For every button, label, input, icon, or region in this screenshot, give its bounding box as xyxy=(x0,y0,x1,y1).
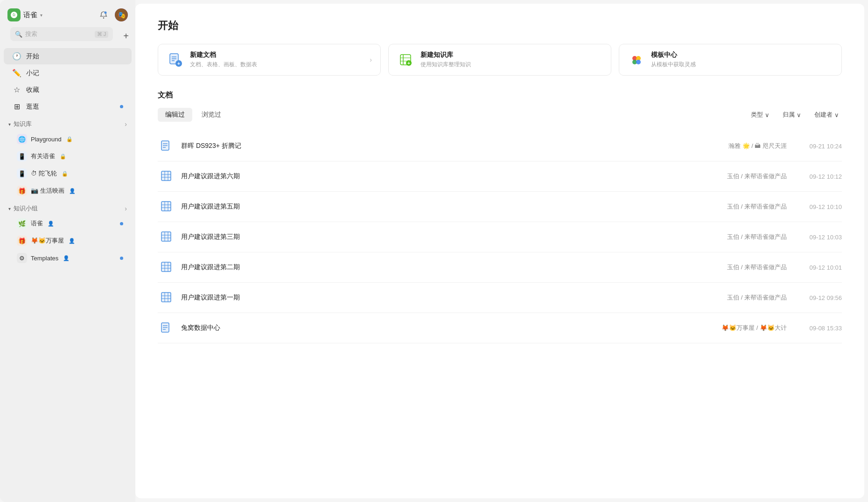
sidebar-item-yuque[interactable]: 📱 有关语雀 🔒 xyxy=(4,148,132,165)
doc-meta: 玉伯 / 来帮语雀做产品 09-12 10:10 xyxy=(711,202,842,211)
sidebar-item-templates[interactable]: ⚙ Templates 👤 xyxy=(4,250,132,266)
new-button[interactable]: + xyxy=(121,31,131,42)
wanshiwu-icon: 🎁 xyxy=(17,236,27,246)
groups-section-expand-icon[interactable]: › xyxy=(125,205,127,212)
svg-rect-46 xyxy=(161,293,171,302)
new-doc-chevron-icon: › xyxy=(370,56,372,63)
knowledge-section-header[interactable]: ▾ 知识库 › xyxy=(0,115,135,130)
header-icons: 🎭 xyxy=(97,8,128,21)
table-row[interactable]: 用户建议跟进第一期 玉伯 / 来帮语雀做产品 09-12 09:56 xyxy=(158,283,842,313)
doc-breadcrumb: 玉伯 / 来帮语雀做产品 xyxy=(727,233,787,241)
yuque-group-label: 语雀 xyxy=(31,219,43,228)
new-doc-card-title: 新建文档 xyxy=(190,51,363,59)
filter-belongs[interactable]: 归属 ∨ xyxy=(780,109,804,121)
nav-item-favorites[interactable]: ☆ 收藏 xyxy=(4,82,132,98)
svg-point-1 xyxy=(105,12,107,14)
doc-meta: 玉伯 / 来帮语雀做产品 09-12 10:12 xyxy=(711,172,842,181)
yuque-group-icon: 🌿 xyxy=(17,218,27,229)
search-icon: 🔍 xyxy=(15,31,22,38)
doc-icon xyxy=(158,229,175,245)
doc-name: 用户建议跟进第六期 xyxy=(181,172,711,181)
filter-belongs-chevron-icon: ∨ xyxy=(797,112,801,119)
tab-edited[interactable]: 编辑过 xyxy=(158,108,192,122)
new-kb-card-title: 新建知识库 xyxy=(420,51,602,59)
template-center-card-subtitle: 从模板中获取灵感 xyxy=(651,61,833,69)
svg-point-0 xyxy=(103,17,104,18)
doc-name: 用户建议跟进第三期 xyxy=(181,233,711,241)
groups-section-chevron-icon: ▾ xyxy=(8,206,11,211)
tab-bar: 编辑过 浏览过 类型 ∨ 归属 ∨ 创建者 ∨ xyxy=(158,108,842,122)
doc-time: 09-08 15:33 xyxy=(791,325,842,332)
doc-breadcrumb: 玉伯 / 来帮语雀做产品 xyxy=(727,202,787,211)
doc-meta: 玉伯 / 来帮语雀做产品 09-12 10:03 xyxy=(711,233,842,241)
templates-icon: ⚙ xyxy=(17,253,27,263)
new-doc-card[interactable]: + 新建文档 文档、表格、画板、数据表 › xyxy=(158,44,381,76)
user-avatar[interactable]: 🎭 xyxy=(115,8,128,21)
notification-icon[interactable] xyxy=(97,8,110,21)
sidebar-item-wanshiwu[interactable]: 🎁 🦊🐱万事屋 👤 xyxy=(4,232,132,249)
filter-group: 类型 ∨ 归属 ∨ 创建者 ∨ xyxy=(748,109,842,121)
svg-text:+: + xyxy=(177,61,180,66)
search-placeholder: 搜索 xyxy=(25,30,92,38)
table-row[interactable]: 用户建议跟进第五期 玉伯 / 来帮语雀做产品 09-12 10:10 xyxy=(158,192,842,222)
table-row[interactable]: 用户建议跟进第二期 玉伯 / 来帮语雀做产品 09-12 10:01 xyxy=(158,252,842,283)
table-row[interactable]: 用户建议跟进第三期 玉伯 / 来帮语雀做产品 09-12 10:03 xyxy=(158,222,842,252)
kb-section-expand-icon[interactable]: › xyxy=(125,120,127,128)
app-brand[interactable]: 语雀 ▾ xyxy=(7,8,42,21)
action-cards: + 新建文档 文档、表格、画板、数据表 › + 新 xyxy=(158,44,842,76)
doc-time: 09-12 09:56 xyxy=(791,294,842,301)
template-center-card-title: 模板中心 xyxy=(651,51,833,59)
sidebar-item-playground[interactable]: 🌐 Playground 🔒 xyxy=(4,131,132,147)
doc-breadcrumb: 玉伯 / 来帮语雀做产品 xyxy=(727,293,787,302)
template-center-card[interactable]: 模板中心 从模板中获取灵感 xyxy=(619,44,842,76)
doc-name: 用户建议跟进第二期 xyxy=(181,263,711,272)
explore-badge xyxy=(120,105,123,108)
table-row[interactable]: 群晖 DS923+ 折腾记 瀚雅 🌟 / 🏔 咫尺天涯 09-21 10:24 xyxy=(158,131,842,161)
templates-label: Templates xyxy=(31,255,58,262)
filter-creator-chevron-icon: ∨ xyxy=(834,112,839,119)
svg-rect-41 xyxy=(161,262,171,272)
table-row[interactable]: 用户建议跟进第六期 玉伯 / 来帮语雀做产品 09-12 10:12 xyxy=(158,161,842,192)
groups-list: 🌿 语雀 👤 🎁 🦊🐱万事屋 👤 ⚙ Templates 👤 xyxy=(0,215,135,267)
sidebar-item-life[interactable]: 🎁 📷 生活映画 👤 xyxy=(4,182,132,199)
doc-meta: 玉伯 / 来帮语雀做产品 09-12 10:01 xyxy=(711,263,842,272)
life-label: 📷 生活映画 xyxy=(31,187,64,195)
groups-section-header[interactable]: ▾ 知识小组 › xyxy=(0,200,135,215)
doc-meta: 玉伯 / 来帮语雀做产品 09-12 09:56 xyxy=(711,293,842,302)
nav-item-start[interactable]: 🕐 开始 xyxy=(4,48,132,64)
sidebar-item-yuque-group[interactable]: 🌿 语雀 👤 xyxy=(4,215,132,232)
playground-icon: 🌐 xyxy=(17,134,27,144)
tuofeilun-label: ⏱ 陀飞轮 xyxy=(31,169,57,178)
nav-item-explore[interactable]: ⊞ 逛逛 xyxy=(4,98,132,115)
tabs: 编辑过 浏览过 xyxy=(158,108,229,122)
doc-icon xyxy=(158,168,175,185)
filter-type[interactable]: 类型 ∨ xyxy=(748,109,772,121)
svg-point-21 xyxy=(636,60,641,64)
yuque-kb-icon: 📱 xyxy=(17,151,27,161)
doc-breadcrumb: 瀚雅 🌟 / 🏔 咫尺天涯 xyxy=(728,142,787,150)
doc-breadcrumb: 玉伯 / 来帮语雀做产品 xyxy=(727,263,787,272)
brand-chevron-icon: ▾ xyxy=(40,13,42,18)
nav-item-notes[interactable]: ✏️ 小记 xyxy=(4,65,132,81)
new-kb-card[interactable]: + 新建知识库 使用知识库整理知识 xyxy=(388,44,611,76)
doc-time: 09-21 10:24 xyxy=(791,143,842,150)
yuque-lock-icon: 🔒 xyxy=(60,153,66,160)
doc-icon xyxy=(158,138,175,154)
svg-rect-31 xyxy=(161,202,171,211)
main-content: 开始 + 新建文档 文档、表格、画板、数据表 › xyxy=(135,4,864,498)
app-name: 语雀 xyxy=(23,11,37,20)
search-shortcut: ⌘ J xyxy=(95,31,109,38)
life-lock-icon: 👤 xyxy=(69,188,76,194)
tab-browsed[interactable]: 浏览过 xyxy=(194,108,229,122)
nav-label-notes: 小记 xyxy=(26,69,39,77)
sidebar-item-tuofeilun[interactable]: 📱 ⏱ 陀飞轮 🔒 xyxy=(4,165,132,182)
groups-section-label: 知识小组 xyxy=(14,204,38,213)
templates-badge xyxy=(120,257,123,260)
yuque-group-badge xyxy=(120,222,123,225)
sidebar: 语雀 ▾ 🎭 🔍 搜索 ⌘ J + xyxy=(0,0,135,502)
svg-text:+: + xyxy=(407,60,410,66)
filter-creator[interactable]: 创建者 ∨ xyxy=(812,109,842,121)
nav-label-explore: 逛逛 xyxy=(26,103,39,111)
table-row[interactable]: 兔窝数据中心 🦊🐱万事屋 / 🦊🐱大计 09-08 15:33 xyxy=(158,313,842,343)
search-bar[interactable]: 🔍 搜索 ⌘ J xyxy=(10,27,113,41)
